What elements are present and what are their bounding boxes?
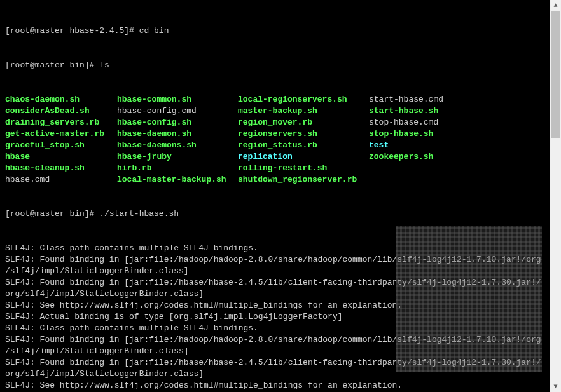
- file-entry: graceful_stop.sh: [5, 140, 117, 151]
- file-entry: hbase-daemon.sh: [117, 128, 238, 140]
- output-line: /slf4j/impl/StaticLoggerBinder.class]: [5, 346, 556, 357]
- prompt-line: [root@master bin]# ls: [5, 60, 556, 71]
- output-line: SLF4J: See http://www.slf4j.org/codes.ht…: [5, 300, 556, 311]
- file-entry: local-regionservers.sh: [238, 94, 369, 105]
- output-line: SLF4J: Actual binding is of type [org.sl…: [5, 311, 556, 323]
- file-entry: master-backup.sh: [238, 105, 369, 117]
- output-line: SLF4J: See http://www.slf4j.org/codes.ht…: [5, 380, 556, 391]
- script-output: SLF4J: Class path contains multiple SLF4…: [5, 243, 556, 392]
- file-entry: hbase-cleanup.sh: [5, 163, 117, 174]
- scroll-down-button[interactable]: ▼: [550, 381, 561, 392]
- file-entry: regionservers.sh: [238, 128, 369, 140]
- file-entry: chaos-daemon.sh: [5, 94, 117, 105]
- file-entry: [369, 163, 556, 174]
- file-entry: start-hbase.sh: [369, 105, 556, 117]
- output-line: SLF4J: Found binding in [jar:file:/hbase…: [5, 277, 556, 288]
- shell-prompt: [root@master bin]#: [5, 60, 99, 70]
- file-entry: region_mover.rb: [238, 117, 369, 128]
- file-entry: stop-hbase.cmd: [369, 117, 556, 128]
- file-entry: stop-hbase.sh: [369, 128, 556, 140]
- file-entry: hbase.cmd: [5, 174, 117, 186]
- file-entry: get-active-master.rb: [5, 128, 117, 140]
- output-line: org/slf4j/impl/StaticLoggerBinder.class]: [5, 368, 556, 380]
- output-line: /slf4j/impl/StaticLoggerBinder.class]: [5, 266, 556, 277]
- scrollbar-thumb[interactable]: [551, 11, 560, 138]
- terminal-window[interactable]: [root@master hbase-2.4.5]# cd bin [root@…: [5, 3, 556, 392]
- file-entry: considerAsDead.sh: [5, 105, 117, 117]
- file-entry: rolling-restart.sh: [238, 163, 369, 174]
- file-entry: hbase-jruby: [117, 151, 238, 163]
- file-entry: region_status.rb: [238, 140, 369, 151]
- output-line: SLF4J: Class path contains multiple SLF4…: [5, 323, 556, 334]
- command-text: cd bin: [139, 26, 169, 36]
- file-entry: hirb.rb: [117, 163, 238, 174]
- file-entry: hbase-config.cmd: [117, 105, 238, 117]
- command-text: ./start-hbase.sh: [99, 209, 179, 219]
- output-line: SLF4J: Class path contains multiple SLF4…: [5, 243, 556, 254]
- file-entry: draining_servers.rb: [5, 117, 117, 128]
- file-entry: zookeepers.sh: [369, 151, 556, 163]
- file-entry: hbase-config.sh: [117, 117, 238, 128]
- shell-prompt: [root@master bin]#: [5, 209, 99, 219]
- output-line: SLF4J: Found binding in [jar:file:/hbase…: [5, 357, 556, 368]
- ls-output: chaos-daemon.shhbase-common.shlocal-regi…: [5, 94, 556, 186]
- file-entry: hbase-daemons.sh: [117, 140, 238, 151]
- output-line: SLF4J: Found binding in [jar:file:/hadoo…: [5, 254, 556, 266]
- output-line: SLF4J: Found binding in [jar:file:/hadoo…: [5, 334, 556, 346]
- file-entry: hbase-common.sh: [117, 94, 238, 105]
- file-entry: replication: [238, 151, 369, 163]
- vertical-scrollbar[interactable]: ▲ ▼: [550, 0, 561, 392]
- file-entry: start-hbase.cmd: [369, 94, 556, 105]
- prompt-line: [root@master hbase-2.4.5]# cd bin: [5, 25, 556, 37]
- file-entry: [369, 174, 556, 186]
- command-text: ls: [99, 60, 109, 70]
- output-line: org/slf4j/impl/StaticLoggerBinder.class]: [5, 288, 556, 300]
- scroll-up-button[interactable]: ▲: [550, 0, 561, 11]
- shell-prompt: [root@master hbase-2.4.5]#: [5, 26, 139, 36]
- file-entry: test: [369, 140, 556, 151]
- file-entry: shutdown_regionserver.rb: [238, 174, 369, 186]
- file-entry: hbase: [5, 151, 117, 163]
- prompt-line: [root@master bin]# ./start-hbase.sh: [5, 208, 556, 220]
- file-entry: local-master-backup.sh: [117, 174, 238, 186]
